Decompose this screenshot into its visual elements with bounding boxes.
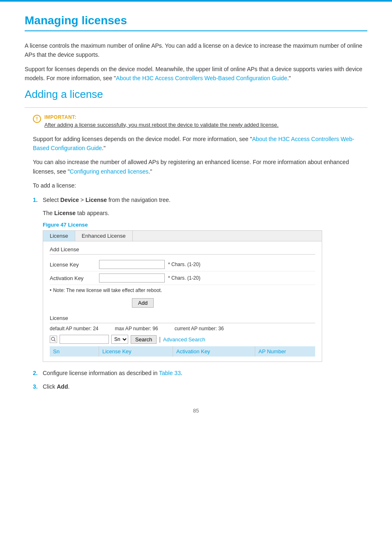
add-button-row: Add — [50, 296, 315, 310]
body1-before: Support for adding licenses depends on t… — [33, 136, 252, 142]
important-text: After adding a license successfully, you… — [44, 122, 367, 128]
tab-enhanced-license[interactable]: Enhanced License — [75, 231, 133, 241]
step-1-number: 1. — [33, 195, 39, 204]
step2-link[interactable]: Table 33 — [159, 370, 181, 376]
add-license-title: Add License — [50, 246, 315, 255]
page-footer: 85 — [25, 408, 367, 414]
tab-license[interactable]: License — [43, 231, 75, 241]
important-box: ! IMPORTANT: After adding a license succ… — [33, 114, 367, 128]
intro2-link[interactable]: About the H3C Access Controllers Web-Bas… — [116, 75, 287, 81]
activation-key-label: Activation Key — [50, 275, 99, 281]
advanced-search-link[interactable]: Advanced Search — [163, 336, 205, 343]
sub-title: Adding a license — [25, 88, 367, 101]
intro-paragraph-2: Support for licenses depends on the devi… — [25, 65, 367, 83]
license-key-label: License Key — [50, 262, 99, 268]
body2-link[interactable]: Configuring enhanced licenses — [70, 168, 148, 175]
ap-info-row: default AP number: 24 max AP number: 96 … — [50, 326, 315, 331]
activation-key-hint: * Chars. (1-20) — [168, 275, 201, 281]
search-icon — [50, 336, 57, 343]
separator: | — [159, 336, 161, 343]
svg-point-0 — [51, 337, 55, 341]
current-ap-number: current AP number: 36 — [175, 326, 224, 331]
default-ap-number: default AP number: 24 — [50, 326, 99, 331]
license-key-input[interactable] — [99, 260, 165, 269]
step-1: 1. Select Device > License from the navi… — [33, 195, 367, 204]
body-paragraph-1: Support for adding licenses depends on t… — [33, 134, 367, 153]
body-paragraph-2: You can also increase the number of allo… — [33, 158, 367, 176]
license-section: License default AP number: 24 max AP num… — [50, 315, 315, 357]
step-3-text: Click Add. — [43, 382, 367, 391]
steps-container: 1. Select Device > License from the navi… — [33, 195, 367, 392]
bullet-icon: • — [50, 287, 51, 293]
to-add-license-text: To add a license: — [33, 181, 367, 190]
intro-paragraph-1: A license controls the maximum number of… — [25, 41, 367, 60]
body1-after: ." — [102, 145, 106, 151]
page-number: 85 — [193, 408, 199, 414]
note-text: Note: The new license will take effect a… — [53, 287, 162, 293]
search-input[interactable] — [60, 335, 109, 344]
step-1-sub: The License tab appears. — [43, 209, 367, 218]
activation-key-input[interactable] — [99, 273, 165, 283]
page-content: Managing licenses A license controls the… — [0, 2, 392, 438]
table-header-license-key: License Key — [99, 346, 173, 357]
section-divider — [25, 107, 367, 108]
svg-line-1 — [54, 340, 55, 341]
add-button[interactable]: Add — [132, 298, 154, 308]
step-2: 2. Configure license information as desc… — [33, 368, 367, 378]
table-header-ap-number: AP Number — [255, 346, 304, 357]
note-row: • Note: The new license will take effect… — [50, 287, 315, 293]
main-title: Managing licenses — [25, 14, 367, 31]
activation-key-row: Activation Key * Chars. (1-20) — [50, 271, 315, 285]
figure-label: Figure 47 License — [43, 222, 367, 228]
important-icon: ! — [33, 115, 41, 123]
license-section-title: License — [50, 315, 315, 323]
max-ap-number: max AP number: 96 — [115, 326, 158, 331]
body2-after: ." — [148, 168, 152, 175]
step-1-text: Select Device > License from the navigat… — [43, 195, 367, 204]
step-3-number: 3. — [33, 382, 39, 391]
step-2-text: Configure license information as describ… — [43, 368, 367, 378]
license-key-row: License Key * Chars. (1-20) — [50, 258, 315, 271]
step-3: 3. Click Add. — [33, 382, 367, 391]
table-header-sn: Sn — [50, 346, 99, 357]
table-header-activation-key: Activation Key — [173, 346, 255, 357]
important-content: IMPORTANT: After adding a license succes… — [44, 114, 367, 128]
figure-container: License Enhanced License Add License Lic… — [43, 230, 322, 362]
intro2-after: ." — [287, 75, 291, 81]
search-row: Sn Search | Advanced Search — [50, 335, 315, 344]
search-button[interactable]: Search — [131, 335, 157, 344]
figure-inner: Add License License Key * Chars. (1-20) … — [43, 241, 322, 362]
tab-bar: License Enhanced License — [43, 231, 322, 241]
sn-select[interactable]: Sn — [111, 335, 128, 344]
step-2-number: 2. — [33, 368, 39, 378]
important-label: IMPORTANT: — [44, 114, 367, 120]
table-header: Sn License Key Activation Key AP Number — [50, 346, 315, 357]
license-key-hint: * Chars. (1-20) — [168, 262, 201, 267]
